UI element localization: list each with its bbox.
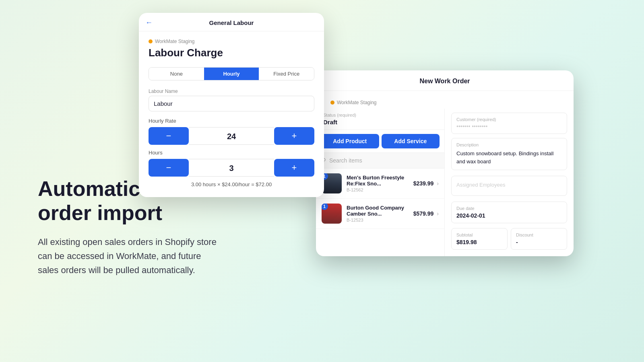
hourly-rate-value: 24 xyxy=(189,127,274,145)
modal-labour: ← General Labour WorkMate Staging Labour… xyxy=(139,13,324,197)
tab-hourly[interactable]: Hourly xyxy=(204,68,259,80)
due-date-field[interactable]: Due date 2024-02-01 xyxy=(451,202,567,223)
product-name-2: Burton Good Company Camber Sno... xyxy=(347,205,413,217)
description-field: Description Custom snowboard setup. Bind… xyxy=(451,138,567,170)
product-list: 1 Men's Burton Freestyle Re:Flex Sno... … xyxy=(316,169,444,229)
product-item-1[interactable]: 1 Men's Burton Freestyle Re:Flex Sno... … xyxy=(316,169,444,199)
labour-name-group: Labour Name xyxy=(149,88,314,111)
product-sku-2: B-12523 xyxy=(347,218,413,222)
hourly-rate-plus[interactable]: + xyxy=(274,127,314,145)
charge-tabs: None Hourly Fixed Price xyxy=(149,67,314,80)
assigned-employees-field[interactable]: Assigned Employees xyxy=(451,176,567,196)
customer-label: Customer (required) xyxy=(456,117,562,122)
subtotal-label: Subtotal xyxy=(456,232,502,237)
customer-field[interactable]: Customer (required) ••••••• •••••••• xyxy=(451,113,567,134)
description-value: Custom snowboard setup. Bindings install… xyxy=(456,150,562,165)
description-field-wrapper: Description Custom snowboard setup. Bind… xyxy=(445,134,574,170)
product-price-2: $579.99 xyxy=(413,210,434,217)
hourly-rate-stepper: − 24 + xyxy=(149,127,314,145)
labour-name-input[interactable] xyxy=(149,96,314,111)
chevron-right-icon-2: › xyxy=(437,210,439,217)
labour-section-title: Labour Charge xyxy=(149,47,314,59)
subtotal-box: Subtotal $819.98 xyxy=(451,228,508,250)
hourly-rate-label: Hourly Rate xyxy=(149,118,314,124)
tab-none[interactable]: None xyxy=(149,68,204,80)
subtext: All existing open sales orders in Shopif… xyxy=(38,235,303,278)
description-label: Description xyxy=(456,142,562,147)
due-date-value: 2024-02-01 xyxy=(456,212,562,219)
labour-name-label: Labour Name xyxy=(149,88,314,94)
discount-box: Discount - xyxy=(511,228,567,250)
product-item-2[interactable]: 1 Burton Good Company Camber Sno... B-12… xyxy=(316,199,444,229)
wo-action-row: Add Product Add Service xyxy=(316,130,444,153)
modal-wo-header: New Work Order xyxy=(316,70,574,91)
hours-stepper: − 3 + xyxy=(149,159,314,177)
workmate-badge: WorkMate Staging xyxy=(149,39,314,44)
customer-placeholder: ••••••• •••••••• xyxy=(456,123,562,130)
tab-fixed-price[interactable]: Fixed Price xyxy=(259,68,314,80)
customer-field-wrapper[interactable]: Customer (required) ••••••• •••••••• xyxy=(445,109,574,134)
product-price-1: $239.99 xyxy=(413,180,434,187)
product-img-2: 1 xyxy=(322,204,342,224)
subtotal-value: $819.98 xyxy=(456,239,502,245)
modal-workorder: New Work Order WorkMate Staging Status (… xyxy=(316,70,574,256)
wo-right-content: Customer (required) ••••••• •••••••• Des… xyxy=(445,109,574,256)
status-value: Draft xyxy=(323,119,437,125)
modal-labour-title: General Labour xyxy=(209,19,254,26)
product-info-1: Men's Burton Freestyle Re:Flex Sno... B-… xyxy=(347,175,413,192)
status-label: Status (required) xyxy=(323,113,437,117)
calc-summary: 3.00 hours × $24.00/hour = $72.00 xyxy=(149,181,314,187)
chevron-right-icon-1: › xyxy=(437,180,439,187)
wo-workmate-badge: WorkMate Staging xyxy=(316,91,574,109)
assigned-placeholder: Assigned Employees xyxy=(456,182,505,188)
workmate-label: WorkMate Staging xyxy=(155,39,195,44)
search-bar[interactable]: ⚲ Search items xyxy=(316,153,444,169)
wo-workmate-label: WorkMate Staging xyxy=(337,100,377,105)
product-name-1: Men's Burton Freestyle Re:Flex Sno... xyxy=(347,175,413,187)
modal-wo-title: New Work Order xyxy=(419,78,470,85)
wo-workmate-dot xyxy=(330,101,334,105)
subtotal-row: Subtotal $819.98 Discount - xyxy=(451,228,567,250)
add-service-button[interactable]: Add Service xyxy=(382,134,440,148)
due-date-label: Due date xyxy=(456,206,562,211)
discount-label: Discount xyxy=(516,232,562,237)
hours-label: Hours xyxy=(149,150,314,156)
hours-minus[interactable]: − xyxy=(149,159,189,177)
status-field[interactable]: Status (required) Draft xyxy=(316,109,444,130)
hours-plus[interactable]: + xyxy=(274,159,314,177)
wo-workmate-badge2: WorkMate Staging xyxy=(323,95,566,109)
discount-value: - xyxy=(516,239,562,245)
hourly-rate-minus[interactable]: − xyxy=(149,127,189,145)
back-button[interactable]: ← xyxy=(145,19,153,27)
add-product-button[interactable]: Add Product xyxy=(321,134,379,148)
wo-right-column: Customer (required) ••••••• •••••••• Des… xyxy=(445,109,574,256)
modal-labour-body: WorkMate Staging Labour Charge None Hour… xyxy=(139,31,324,197)
modal-wo-body: Status (required) Draft Add Product Add … xyxy=(316,109,574,256)
wo-left-column: Status (required) Draft Add Product Add … xyxy=(316,109,445,256)
product-sku-1: B-12562 xyxy=(347,187,413,192)
modal-labour-header: ← General Labour xyxy=(139,13,324,31)
hours-value: 3 xyxy=(189,159,274,177)
product-img-1: 1 xyxy=(322,173,342,193)
workmate-dot xyxy=(149,39,153,43)
product-info-2: Burton Good Company Camber Sno... B-1252… xyxy=(347,205,413,222)
search-placeholder: Search items xyxy=(329,157,362,164)
